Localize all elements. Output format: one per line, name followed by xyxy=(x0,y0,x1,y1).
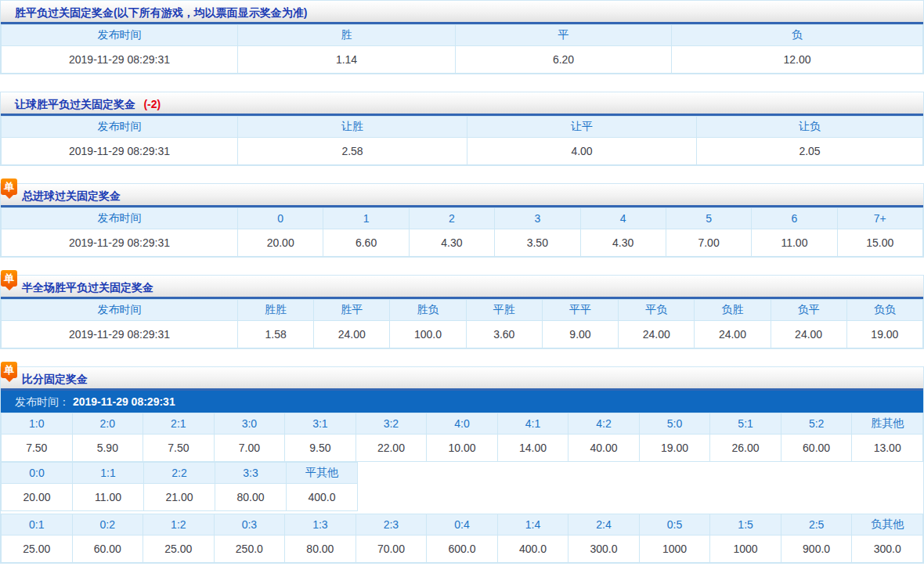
col-header-publish-time: 发布时间 xyxy=(2,300,238,321)
odds-value: 100.0 xyxy=(390,321,466,348)
score-header: 1:4 xyxy=(497,514,568,536)
col-header-hf: 负平 xyxy=(771,300,846,321)
odds-value: 9.00 xyxy=(542,321,618,348)
odds-value: 60.00 xyxy=(72,536,143,563)
dan-badge-icon: 单 xyxy=(1,270,17,287)
odds-value: 5.90 xyxy=(72,435,143,462)
col-header-hf: 胜平 xyxy=(314,300,390,321)
col-header-hf: 负胜 xyxy=(695,300,771,321)
publish-time-label: 发布时间： xyxy=(15,395,70,408)
score-header: 2:2 xyxy=(144,463,215,484)
score-header: 1:5 xyxy=(710,514,781,536)
col-header-hf: 负负 xyxy=(846,300,922,321)
odds-value: 400.0 xyxy=(497,536,568,563)
odds-value: 7.50 xyxy=(143,435,215,462)
table-header-row: 0:1 0:2 1:2 0:3 1:3 2:3 0:4 1:4 2:4 0:5 … xyxy=(2,514,923,536)
section-title: 让球胜平负过关固定奖金 xyxy=(15,98,135,110)
score-header: 2:1 xyxy=(143,413,215,435)
col-header-publish-time: 发布时间 xyxy=(2,208,238,229)
odds-value: 250.0 xyxy=(214,536,285,563)
score-header-draw-other: 平其他 xyxy=(287,463,358,484)
odds-value: 2.58 xyxy=(238,138,467,165)
odds-value: 20.00 xyxy=(238,229,323,257)
section-title: 比分固定奖金 xyxy=(22,373,88,385)
odds-value: 70.00 xyxy=(356,536,427,563)
score-header: 0:4 xyxy=(427,514,498,536)
col-header-hwin: 让胜 xyxy=(238,117,467,138)
table-header-row: 1:0 2:0 2:1 3:0 3:1 3:2 4:0 4:1 4:2 5:0 … xyxy=(2,413,923,435)
odds-value: 14.00 xyxy=(497,435,568,462)
handicap-value: (-2) xyxy=(143,98,161,110)
odds-value: 24.00 xyxy=(695,321,771,348)
odds-value: 6.60 xyxy=(323,229,409,257)
section-title-bar: 半全场胜平负过关固定奖金 xyxy=(1,276,923,299)
odds-value: 40.00 xyxy=(568,435,640,462)
publish-time-value: 2019-11-29 08:29:31 xyxy=(2,46,238,74)
section-title-bar: 比分固定奖金 xyxy=(1,367,923,391)
section-half-full-odds: 单 半全场胜平负过关固定奖金 发布时间 胜胜 胜平 胜负 平胜 平平 平负 负胜… xyxy=(0,275,924,349)
odds-value: 4.30 xyxy=(580,229,666,257)
score-header: 3:0 xyxy=(214,413,285,435)
col-header-publish-time: 发布时间 xyxy=(2,25,238,46)
win-score-table: 1:0 2:0 2:1 3:0 3:1 3:2 4:0 4:1 4:2 5:0 … xyxy=(1,413,923,462)
odds-value: 22.00 xyxy=(356,435,427,462)
odds-value: 3.60 xyxy=(466,321,542,348)
col-header-goals: 7+ xyxy=(837,208,922,229)
odds-value: 24.00 xyxy=(771,321,846,348)
col-header-goals: 1 xyxy=(323,208,409,229)
total-goals-odds-table: 发布时间 0 1 2 3 4 5 6 7+ 2019-11-29 08:29:3… xyxy=(1,207,923,257)
score-header: 2:0 xyxy=(72,413,143,435)
col-header-goals: 3 xyxy=(495,208,580,229)
odds-value: 4.30 xyxy=(409,229,494,257)
col-header-hf: 平负 xyxy=(619,300,695,321)
empty-filler-cell xyxy=(358,463,924,511)
table-value-row: 2019-11-29 08:29:31 2.58 4.00 2.05 xyxy=(2,138,923,165)
section-title: 半全场胜平负过关固定奖金 xyxy=(22,281,153,294)
col-header-hlose: 让负 xyxy=(697,117,923,138)
draw-score-table: 0:0 1:1 2:2 3:3 平其他 20.00 11.00 21.00 80… xyxy=(1,462,923,511)
table-value-row: 2019-11-29 08:29:31 1.14 6.20 12.00 xyxy=(2,46,923,74)
score-header-win-other: 胜其他 xyxy=(852,413,923,435)
publish-time-value: 2019-11-29 08:29:31 xyxy=(73,395,175,408)
col-header-hf: 平胜 xyxy=(466,300,542,321)
col-header-hf: 胜胜 xyxy=(238,300,314,321)
lose-score-table: 0:1 0:2 1:2 0:3 1:3 2:3 0:4 1:4 2:4 0:5 … xyxy=(1,514,923,563)
odds-value: 3.50 xyxy=(495,229,580,257)
section-title-bar: 胜平负过关固定奖金(以下所有游戏，均以票面显示奖金为准) xyxy=(1,1,923,24)
odds-value: 26.00 xyxy=(710,435,781,462)
section-title-bar: 让球胜平负过关固定奖金 (-2) xyxy=(1,92,923,116)
col-header-goals: 6 xyxy=(752,208,837,229)
odds-value: 11.00 xyxy=(752,229,837,257)
odds-value: 15.00 xyxy=(837,229,922,257)
odds-value: 9.50 xyxy=(285,435,356,462)
score-header: 2:5 xyxy=(781,514,852,536)
section-title: 胜平负过关固定奖金(以下所有游戏，均以票面显示奖金为准) xyxy=(15,6,307,19)
score-header: 4:1 xyxy=(497,413,568,435)
odds-value: 2.05 xyxy=(697,138,923,165)
score-header: 1:2 xyxy=(143,514,215,536)
score-header: 5:1 xyxy=(710,413,781,435)
col-header-hf: 平平 xyxy=(542,300,618,321)
table-header-row: 发布时间 胜胜 胜平 胜负 平胜 平平 平负 负胜 负平 负负 xyxy=(2,300,923,321)
odds-value: 10.00 xyxy=(427,435,498,462)
odds-value: 19.00 xyxy=(846,321,922,348)
spf-odds-table: 发布时间 胜 平 负 2019-11-29 08:29:31 1.14 6.20… xyxy=(1,24,923,74)
odds-value: 7.00 xyxy=(214,435,285,462)
odds-value: 600.0 xyxy=(427,536,498,563)
score-header: 4:0 xyxy=(427,413,498,435)
col-header-draw: 平 xyxy=(456,25,672,46)
odds-value: 11.00 xyxy=(73,484,144,511)
score-header: 1:0 xyxy=(2,413,73,435)
table-value-row: 2019-11-29 08:29:31 20.00 6.60 4.30 3.50… xyxy=(2,229,923,257)
dan-badge-icon: 单 xyxy=(1,362,17,378)
score-header: 3:3 xyxy=(215,463,287,484)
odds-value: 19.00 xyxy=(639,435,710,462)
odds-value: 300.0 xyxy=(568,536,640,563)
odds-value: 80.00 xyxy=(285,536,356,563)
dan-badge-icon: 单 xyxy=(1,179,17,195)
col-header-goals: 0 xyxy=(238,208,323,229)
odds-value: 25.00 xyxy=(2,536,73,563)
section-title-bar: 总进球过关固定奖金 xyxy=(1,184,923,207)
score-header-lose-other: 负其他 xyxy=(852,514,923,536)
table-value-row: 25.00 60.00 25.00 250.0 80.00 70.00 600.… xyxy=(2,536,923,563)
